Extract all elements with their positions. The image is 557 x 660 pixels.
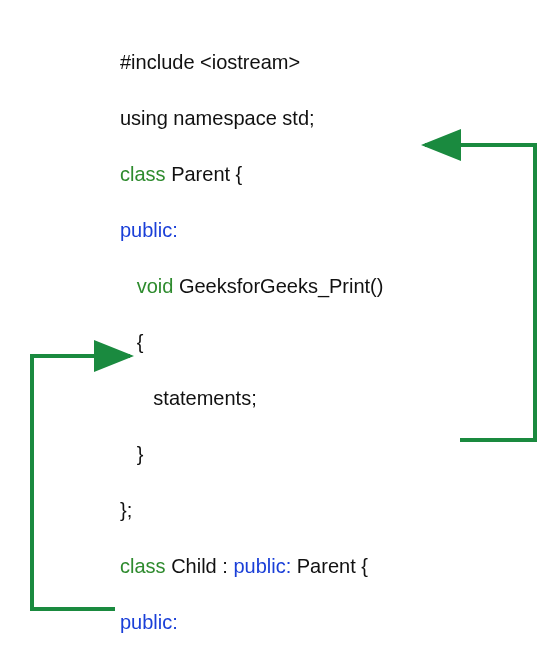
brace-open: { [137,331,144,353]
brace-close: } [137,443,144,465]
include-line: #include <iostream> [120,51,300,73]
code-block: #include <iostream> using namespace std;… [120,20,478,660]
class-close: }; [120,499,132,521]
child-decl-post: Parent { [291,555,368,577]
public-keyword: public: [120,611,178,633]
class-keyword: class [120,163,166,185]
using-line: using namespace std; [120,107,315,129]
parent-method-signature: GeeksforGeeks_Print() [173,275,383,297]
parent-class-name: Parent { [166,163,243,185]
public-keyword-inherit: public: [233,555,291,577]
void-keyword: void [137,275,174,297]
class-keyword: class [120,555,166,577]
child-decl-pre: Child : [166,555,234,577]
arrow-call-to-child-method [32,356,130,609]
public-keyword: public: [120,219,178,241]
statements-line: statements; [153,387,256,409]
